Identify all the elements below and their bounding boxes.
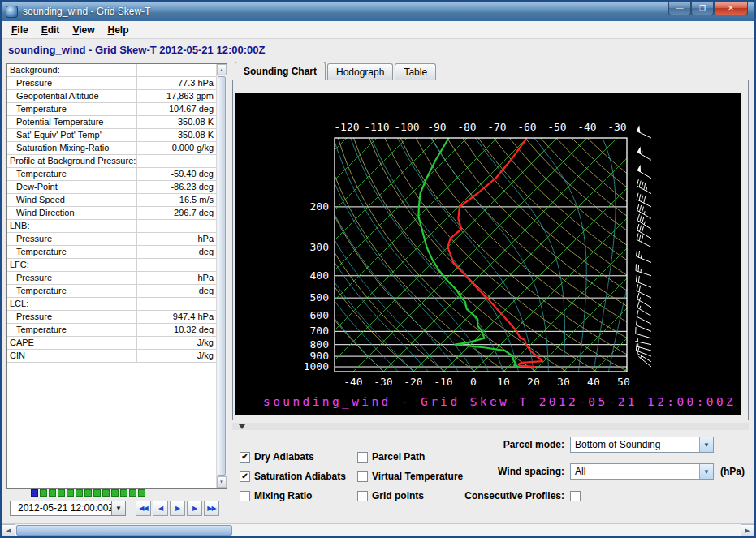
row-value: 350.08 K [137, 129, 216, 141]
menu-edit[interactable]: Edit [35, 23, 67, 37]
time-combo-arrow-icon[interactable]: ▼ [112, 501, 126, 516]
menu-help[interactable]: Help [102, 23, 136, 37]
table-row[interactable]: Saturation Mixing-Ratio0.000 g/kg [7, 142, 216, 155]
tab-hodograph[interactable]: Hodograph [327, 63, 393, 80]
checkbox-label: Grid points [372, 490, 424, 501]
row-value: -86.23 deg [137, 181, 216, 193]
animation-step[interactable] [111, 489, 119, 497]
go-to-end-button[interactable]: ▶▶ [204, 501, 219, 516]
row-value: J/kg [137, 350, 216, 362]
table-row[interactable]: PressurehPa [7, 272, 216, 285]
go-to-beginning-button[interactable]: ◀◀ [136, 501, 151, 516]
parcel-mode-combo[interactable]: Bottom of Sounding ▼ [570, 437, 714, 453]
chevron-down-icon[interactable]: ▼ [699, 464, 713, 479]
table-row[interactable]: LNB: [7, 220, 216, 233]
step-forward-button[interactable]: ▶ [187, 501, 202, 516]
row-value [137, 155, 216, 167]
animation-step[interactable] [58, 489, 65, 497]
split-divider[interactable] [232, 423, 749, 430]
table-row[interactable]: CINJ/kg [7, 350, 216, 363]
animation-step[interactable] [138, 489, 145, 497]
checkbox-mixing-ratio[interactable]: Mixing Ratio [240, 486, 357, 506]
row-label: Saturation Mixing-Ratio [7, 142, 137, 154]
consecutive-profiles-checkbox[interactable] [570, 491, 581, 501]
wind-spacing-value: All [571, 466, 699, 477]
table-row[interactable]: Background: [7, 64, 216, 77]
menu-bar: FileEditViewHelp [2, 21, 754, 39]
row-label: LCL: [7, 298, 137, 310]
maximize-button[interactable]: ❐ [691, 2, 714, 15]
bottom-scrollbar-thumb[interactable] [16, 525, 232, 536]
wind-spacing-combo[interactable]: All ▼ [570, 463, 714, 480]
checkbox-dry-adiabats[interactable]: ✔Dry Adiabats [240, 447, 357, 467]
skewt-chart[interactable]: -120-110-100-90-80-70-60-50-40-30-40-30-… [235, 93, 741, 415]
view-label: sounding_wind - Grid Skew-T 2012-05-21 1… [2, 39, 754, 60]
table-row[interactable]: Profile at Background Pressure: [7, 155, 216, 168]
table-row[interactable]: Temperaturedeg [7, 285, 216, 298]
table-row[interactable]: Temperature-59.40 deg [7, 168, 216, 181]
app-window: sounding_wind - Grid Skew-T —❐✕ FileEdit… [0, 0, 756, 538]
chevron-down-icon[interactable]: ▼ [699, 437, 713, 452]
time-combo[interactable]: 2012-05-21 12:00:00Z [10, 501, 112, 516]
row-label: CIN [7, 350, 137, 362]
animation-step[interactable] [76, 489, 83, 497]
tab-sounding-chart[interactable]: Sounding Chart [235, 62, 326, 80]
scroll-left-icon[interactable]: ◀ [2, 524, 15, 536]
tab-table[interactable]: Table [395, 63, 436, 80]
table-row[interactable]: Temperature10.32 deg [7, 324, 216, 337]
title-bar[interactable]: sounding_wind - Grid Skew-T —❐✕ [2, 2, 754, 21]
row-value: 17,863 gpm [137, 90, 216, 102]
minimize-button[interactable]: — [668, 2, 691, 15]
row-value: -59.40 deg [137, 168, 216, 180]
animation-step[interactable] [102, 489, 110, 497]
play-button[interactable]: ▶ [170, 501, 185, 516]
bottom-scrollbar[interactable]: ◀ ▶ [2, 523, 754, 536]
consecutive-profiles-row: Consecutive Profiles: [459, 490, 585, 501]
table-row[interactable]: Wind Speed16.5 m/s [7, 194, 216, 207]
animation-step[interactable] [84, 489, 92, 497]
table-row[interactable]: LCL: [7, 298, 216, 311]
table-row[interactable]: Geopotential Altitude17,863 gpm [7, 90, 216, 103]
animation-step[interactable] [49, 489, 56, 497]
checkbox-box-icon[interactable] [357, 491, 368, 501]
table-row[interactable]: Potential Temperature350.08 K [7, 116, 216, 129]
table-row[interactable]: LFC: [7, 259, 216, 272]
animation-step[interactable] [67, 489, 74, 497]
scroll-down-icon[interactable]: ▼ [217, 476, 227, 488]
table-row[interactable]: Temperaturedeg [7, 246, 216, 259]
checkbox-saturation-adiabats[interactable]: ✔Saturation Adiabats [240, 467, 357, 486]
close-button[interactable]: ✕ [714, 2, 748, 15]
checkbox-box-icon[interactable]: ✔ [240, 471, 250, 482]
divider-grip-icon[interactable] [239, 424, 245, 429]
menu-view[interactable]: View [66, 23, 101, 37]
row-value: J/kg [137, 337, 216, 349]
svg-text:-60: -60 [517, 121, 536, 133]
svg-text:-50: -50 [547, 121, 566, 133]
checkbox-box-icon[interactable] [240, 491, 250, 501]
checkbox-box-icon[interactable] [357, 452, 368, 463]
table-row[interactable]: PressurehPa [7, 233, 216, 246]
animation-step[interactable] [120, 489, 127, 497]
table-row[interactable]: Dew-Point-86.23 deg [7, 181, 216, 194]
checkbox-box-icon[interactable] [357, 471, 368, 482]
table-row[interactable]: CAPEJ/kg [7, 337, 216, 350]
sounding-table: Background:Pressure77.3 hPaGeopotential … [6, 63, 227, 489]
row-value [137, 64, 216, 76]
animation-step[interactable] [40, 489, 47, 497]
animation-step[interactable] [129, 489, 136, 497]
animation-step[interactable] [93, 489, 101, 497]
scroll-up-icon[interactable]: ▲ [217, 64, 227, 75]
table-scrollbar-thumb[interactable] [218, 76, 226, 476]
table-row[interactable]: Pressure77.3 hPa [7, 77, 216, 90]
animation-step[interactable] [31, 489, 38, 497]
scroll-right-icon[interactable]: ▶ [741, 524, 754, 536]
step-back-button[interactable]: ◀ [153, 501, 168, 516]
checkbox-box-icon[interactable]: ✔ [240, 452, 250, 463]
table-row[interactable]: Temperature-104.67 deg [7, 103, 216, 116]
menu-file[interactable]: File [5, 23, 35, 37]
table-row[interactable]: Wind Direction296.7 deg [7, 207, 216, 220]
window-title: sounding_wind - Grid Skew-T [23, 6, 150, 17]
table-scrollbar[interactable]: ▲ ▼ [216, 64, 227, 488]
table-row[interactable]: Sat' Equiv' Pot' Temp'350.08 K [7, 129, 216, 142]
table-row[interactable]: Pressure947.4 hPa [7, 311, 216, 324]
